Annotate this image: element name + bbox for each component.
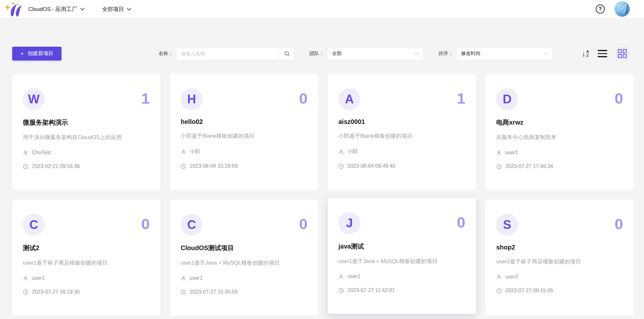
chevron-down-icon (544, 52, 548, 55)
project-owner: 小郎 (347, 148, 358, 155)
grid-view-icon[interactable] (616, 47, 629, 60)
project-initial: A (345, 92, 354, 106)
project-time: 2023-07-27 17:46:34 (505, 164, 553, 169)
project-avatar: C (23, 214, 45, 236)
project-initial: C (187, 218, 196, 232)
sort-alpha-icon[interactable]: ↓ A Z (582, 50, 589, 58)
project-time: 2023-08-04 15:19:59 (190, 163, 238, 169)
project-owner: user1 (505, 150, 518, 155)
project-initial: D (503, 92, 511, 106)
project-description: 从服务中心电商复制而来 (496, 134, 623, 141)
project-time: 2023-08-04 09:49:40 (347, 163, 395, 169)
list-view-icon[interactable] (598, 49, 607, 58)
project-card[interactable]: H 0 hello02 小郎基于Blank模板创建的项目 小郎 2023-08-… (170, 74, 318, 190)
project-count-badge: 0 (299, 214, 308, 234)
project-count-badge: 1 (141, 88, 150, 109)
project-initial: H (187, 92, 196, 106)
project-avatar: C (181, 214, 203, 236)
project-title: 电商xrwz (496, 118, 623, 127)
sort-select-value: 修改时间 (461, 51, 480, 57)
sort-select[interactable]: 修改时间 (456, 47, 553, 60)
project-description: 用于演示微服务架构在CloudOS上的应用 (23, 134, 150, 141)
project-card[interactable]: W 1 微服务架构演示 用于演示微服务架构在CloudOS上的应用 ChoTes… (12, 74, 160, 190)
project-count-badge: 0 (615, 214, 623, 234)
project-avatar: D (496, 88, 518, 110)
clock-icon (181, 289, 186, 295)
project-title: java测试 (338, 242, 465, 251)
project-avatar: S (496, 214, 518, 236)
project-description: 小郎基于Blank模板创建的项目 (338, 132, 465, 140)
app-header: CloudOS - 应用工厂 全部项目 ? (0, 0, 644, 18)
help-button[interactable]: ? (596, 5, 605, 14)
project-count-badge: 0 (615, 88, 623, 109)
chevron-down-icon (80, 8, 85, 11)
person-icon (181, 149, 186, 155)
create-project-button[interactable]: + 创建新项目 (12, 47, 62, 61)
project-description: 小郎基于Blank模板创建的项目 (181, 132, 308, 140)
project-description: user1基于Java + MySQL模板创建的项目 (338, 258, 465, 265)
person-icon (181, 276, 186, 281)
project-avatar: J (338, 212, 360, 234)
person-icon (496, 150, 502, 155)
name-filter-label: 名称： (158, 51, 173, 57)
project-count-badge: 0 (141, 214, 150, 234)
clock-icon (496, 288, 502, 294)
project-owner: user1 (347, 274, 360, 279)
app-title: CloudOS - 应用工厂 (28, 5, 77, 13)
user-avatar-image (614, 1, 630, 17)
project-count-badge: 1 (457, 88, 465, 109)
project-initial: J (346, 216, 353, 230)
project-time: 2023-07-27 11:42:01 (347, 287, 395, 293)
clock-icon (181, 164, 186, 169)
name-search-input[interactable] (176, 48, 279, 60)
app-switcher[interactable]: CloudOS - 应用工厂 (28, 5, 85, 13)
project-title: shop2 (496, 244, 623, 251)
project-time: 2023-07-27 16:19:30 (32, 289, 80, 295)
person-icon (23, 150, 28, 155)
project-owner: 小郎 (190, 148, 200, 155)
project-title: CloudOS测试项目 (181, 244, 308, 252)
project-title: hello02 (181, 118, 308, 126)
team-select[interactable]: 全部 (327, 47, 424, 60)
project-card[interactable]: C 0 CloudOS测试项目 user1基于Java + MySQL模板创建的… (170, 200, 318, 315)
project-card[interactable]: J 0 java测试 user1基于Java + MySQL模板创建的项目 us… (328, 198, 476, 314)
project-avatar: H (181, 88, 203, 110)
project-card[interactable]: D 0 电商xrwz 从服务中心电商复制而来 user1 2023-07-27 … (486, 74, 634, 190)
project-title: aisz0001 (338, 118, 465, 126)
project-avatar: A (338, 88, 360, 110)
team-filter-label: 团队： (309, 51, 324, 57)
clock-icon (338, 164, 344, 169)
clock-icon (338, 288, 344, 293)
project-grid: W 1 微服务架构演示 用于演示微服务架构在CloudOS上的应用 ChoTes… (12, 74, 634, 315)
view-controls: ↓ A Z (582, 47, 629, 60)
project-owner: user2 (505, 274, 518, 280)
project-description: user1基于袜子商店模板创建的项目 (23, 259, 150, 267)
search-icon (284, 51, 290, 57)
project-title: 测试2 (23, 244, 150, 252)
project-title: 微服务架构演示 (23, 118, 150, 127)
project-owner: ChoTest (32, 150, 51, 155)
name-search-group (176, 47, 295, 60)
chevron-down-icon (127, 8, 131, 11)
search-button[interactable] (279, 48, 294, 60)
project-owner: user1 (32, 275, 45, 281)
toolbar: + 创建新项目 名称： 团队： 全部 排序： 修改时间 ↓ (12, 47, 629, 61)
sort-filter-label: 排序： (439, 51, 453, 57)
plus-icon: + (20, 51, 24, 57)
person-icon (338, 274, 344, 279)
project-initial: S (503, 218, 511, 232)
clock-icon (23, 289, 28, 295)
create-project-label: 创建新项目 (28, 50, 53, 57)
project-description: user1基于Java + MySQL模板创建的项目 (181, 259, 308, 267)
user-avatar[interactable] (614, 1, 630, 17)
project-card[interactable]: S 0 shop2 user2基于袜子商店模板创建的项目 user2 2023-… (486, 200, 634, 315)
clock-icon (23, 164, 28, 169)
project-filter-dropdown[interactable]: 全部项目 (102, 5, 131, 13)
person-icon (23, 276, 28, 281)
project-description: user2基于袜子商店模板创建的项目 (496, 258, 623, 265)
project-card[interactable]: C 0 测试2 user1基于袜子商店模板创建的项目 user1 2023-07… (12, 200, 160, 315)
project-card[interactable]: A 1 aisz0001 小郎基于Blank模板创建的项目 小郎 2023-08… (328, 74, 476, 190)
project-time: 2023-07-27 15:35:59 (190, 289, 238, 295)
project-count-badge: 0 (299, 88, 308, 109)
project-initial: W (28, 92, 40, 106)
